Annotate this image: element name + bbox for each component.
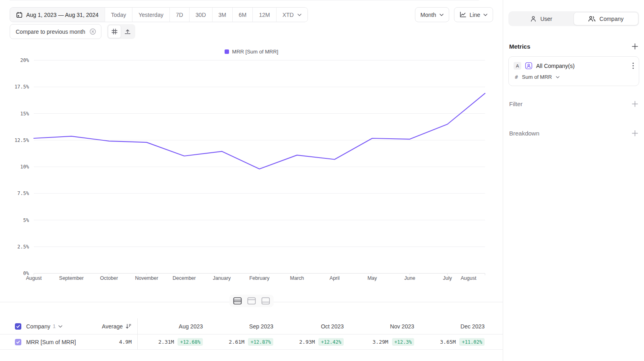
legend-swatch (225, 49, 229, 54)
month-cells: 2.31M+12.68%2.61M+12.87%2.93M+12.42%3.29… (138, 334, 490, 349)
toolbar-right: Month Line (415, 7, 493, 22)
cumulative-toggle-button[interactable] (121, 25, 134, 38)
row-average-value: 4.9M (119, 339, 132, 345)
chevron-down-icon (556, 76, 559, 78)
chart-legend: MRR [Sum of MRR] (0, 49, 503, 55)
range-preset-30d[interactable]: 30D (189, 8, 212, 22)
date-range-segment: Aug 1, 2023 — Aug 31, 2024 TodayYesterda… (10, 7, 308, 22)
layout-chart-only-button[interactable] (247, 297, 256, 305)
select-all-checkbox[interactable] (15, 323, 21, 330)
metrics-header: Metrics (508, 43, 639, 50)
metric-field-selector[interactable]: # Sum of MRR (514, 74, 634, 80)
svg-text:April: April (330, 275, 340, 281)
data-table: Company 1 Average Aug 2023Sep 2 (0, 318, 503, 350)
range-preset-3m[interactable]: 3M (212, 8, 232, 22)
compare-chip[interactable]: Compare to previous month (10, 24, 101, 39)
svg-text:5%: 5% (23, 217, 29, 223)
granularity-dropdown[interactable]: Month (415, 7, 449, 22)
month-header[interactable]: Sep 2023 (208, 318, 279, 334)
svg-text:June: June (405, 275, 415, 281)
entity-toggle: User Company (508, 11, 639, 26)
month-cell: 3.29M+12.3% (349, 334, 419, 349)
month-header[interactable]: Dec 2023 (419, 318, 490, 334)
table-only-view-icon (261, 297, 270, 305)
compare-chip-label: Compare to previous month (16, 29, 85, 35)
month-cell: 2.93M+12.42% (279, 334, 349, 349)
svg-text:September: September (59, 275, 84, 281)
range-preset-6m[interactable]: 6M (232, 8, 252, 22)
add-filter-button[interactable] (632, 101, 638, 107)
average-header[interactable]: Average (102, 323, 132, 330)
month-header[interactable]: Nov 2023 (349, 318, 419, 334)
range-preset-7d[interactable]: 7D (169, 8, 189, 22)
table-row[interactable]: MRR [Sum of MRR] 4.9M 2.31M+12.68%2.61M+… (0, 334, 503, 350)
delta-badge: +12.68% (178, 338, 203, 346)
chart-type-dropdown[interactable]: Line (454, 7, 493, 22)
cell-value: 3.65M (440, 339, 456, 345)
month-cell: 2.31M+12.68% (138, 334, 208, 349)
svg-text:July: July (443, 275, 452, 281)
breakdown-label: Breakdown (509, 130, 539, 137)
metrics-title: Metrics (509, 43, 530, 50)
range-preset-yesterday[interactable]: Yesterday (132, 8, 169, 22)
xtd-label: XTD (283, 12, 294, 18)
add-metric-button[interactable] (632, 43, 638, 50)
layout-toggle-group (229, 295, 274, 307)
svg-text:November: November (135, 275, 158, 281)
filter-label: Filter (509, 101, 522, 107)
group-by-label[interactable]: Company (26, 323, 50, 330)
toolbar: Aug 1, 2023 — Aug 31, 2024 TodayYesterda… (0, 0, 503, 22)
svg-text:August: August (461, 275, 477, 281)
chevron-down-icon (297, 14, 301, 16)
cell-value: 3.29M (373, 339, 388, 345)
month-header[interactable]: Aug 2023 (138, 318, 208, 334)
breakdown-section: Breakdown (508, 130, 639, 137)
tab-company-label: Company (599, 16, 623, 22)
metric-card-main: A All Company(s) (514, 62, 634, 70)
dots-vertical-icon[interactable] (632, 62, 634, 69)
metric-field-label: Sum of MRR (522, 74, 552, 80)
filter-section: Filter (508, 101, 639, 107)
group-count: 1 (53, 323, 56, 329)
add-breakdown-button[interactable] (632, 130, 638, 137)
range-preset-today[interactable]: Today (105, 8, 132, 22)
row-checkbox[interactable] (15, 339, 21, 345)
close-circle-icon[interactable] (89, 28, 96, 35)
mrr-line-chart[interactable]: 0%2.5%5%7.5%10%12.5%15%17.5%20%AugustSep… (0, 55, 503, 287)
chevron-down-icon[interactable] (58, 325, 62, 328)
user-icon (530, 16, 537, 22)
average-label: Average (102, 323, 123, 330)
top-divider (10, 0, 479, 0)
range-preset-12m[interactable]: 12M (252, 8, 276, 22)
cell-value: 2.31M (158, 339, 174, 345)
delta-badge: +12.3% (392, 338, 414, 346)
table-row-left: MRR [Sum of MRR] 4.9M (0, 334, 138, 349)
month-headers: Aug 2023Sep 2023Oct 2023Nov 2023Dec 2023 (138, 318, 490, 334)
right-sidebar: User Company Metrics A (503, 0, 644, 361)
month-cell: 2.61M+12.87% (208, 334, 279, 349)
grid-toggle-button[interactable] (108, 25, 121, 38)
tab-user[interactable]: User (509, 12, 574, 25)
row-metric-name: MRR [Sum of MRR] (26, 339, 76, 345)
metric-card[interactable]: A All Company(s) # Sum of MRR (508, 56, 639, 86)
svg-text:January: January (213, 275, 231, 281)
date-range-button[interactable]: Aug 1, 2023 — Aug 31, 2024 (10, 8, 105, 22)
range-preset-xtd[interactable]: XTD (276, 8, 308, 22)
metric-letter-badge: A (514, 62, 521, 70)
main-panel: Aug 1, 2023 — Aug 31, 2024 TodayYesterda… (0, 0, 503, 361)
layout-split-button[interactable] (233, 297, 242, 305)
arrow-up-from-line-icon (124, 29, 131, 35)
svg-text:December: December (173, 275, 196, 281)
cell-value: 2.61M (229, 339, 244, 345)
svg-text:15%: 15% (20, 111, 29, 117)
delta-badge: +12.42% (318, 338, 344, 346)
svg-text:May: May (367, 275, 377, 281)
month-cell: 3.65M+11.02% (419, 334, 490, 349)
tab-company[interactable]: Company (574, 12, 639, 25)
layout-table-only-button[interactable] (261, 297, 270, 305)
delta-badge: +11.02% (459, 338, 485, 346)
chart-table-divider (0, 302, 503, 302)
chart-type-label: Line (470, 12, 480, 18)
svg-text:12.5%: 12.5% (14, 137, 29, 143)
month-header[interactable]: Oct 2023 (279, 318, 349, 334)
